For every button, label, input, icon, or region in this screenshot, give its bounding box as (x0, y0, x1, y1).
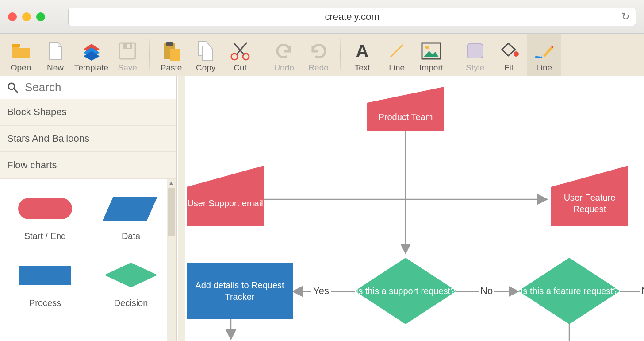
text-icon: A (351, 40, 373, 62)
traffic-lights (8, 12, 45, 21)
sidebar: Block Shapes Stars And Balloons Flow cha… (0, 76, 177, 341)
browser-chrome: creately.com ↻ (0, 0, 644, 34)
node-user-feature-text: User Feature Request (551, 186, 628, 221)
shapes-panel: Start / End Data Process Decision (0, 179, 176, 341)
svg-text:A: A (356, 42, 369, 60)
paste-button[interactable]: Paste (154, 34, 188, 76)
edge-yes: Yes (311, 285, 331, 297)
maximize-window-button[interactable] (36, 12, 45, 21)
style-icon (464, 40, 486, 62)
shape-data[interactable]: Data (90, 188, 172, 241)
node-user-support-text: User Support email (187, 186, 264, 221)
redo-icon (307, 40, 330, 62)
line-icon (386, 40, 408, 62)
svg-rect-20 (19, 266, 71, 285)
scrollbar[interactable] (167, 179, 176, 341)
svg-point-8 (243, 54, 249, 60)
minimize-window-button[interactable] (22, 12, 31, 21)
svg-rect-6 (170, 49, 180, 61)
svg-rect-19 (18, 198, 72, 219)
svg-point-16 (514, 51, 519, 57)
text-button[interactable]: A Text (345, 34, 380, 76)
fill-icon (498, 40, 521, 62)
svg-point-7 (231, 54, 238, 60)
style-button[interactable]: Style (458, 34, 492, 76)
toolbar-separator (149, 39, 150, 70)
toolbar-separator (262, 39, 262, 70)
open-button[interactable]: Open (4, 34, 38, 76)
copy-icon (195, 40, 217, 62)
toolbar-separator (453, 39, 453, 70)
category-flow-charts[interactable]: Flow charts (0, 152, 176, 179)
close-window-button[interactable] (8, 12, 17, 21)
svg-rect-3 (127, 44, 130, 48)
template-button[interactable]: Template (73, 34, 110, 76)
canvas[interactable]: Product Team User Support email User Fea… (178, 76, 644, 341)
search-row (0, 76, 176, 99)
edge-no-2: N (640, 285, 644, 297)
node-product-team-text: Product Team (367, 103, 444, 131)
copy-button[interactable]: Copy (188, 34, 223, 76)
refresh-icon[interactable]: ↻ (621, 11, 629, 23)
save-icon (116, 40, 138, 62)
image-icon (420, 40, 442, 62)
edge-no: No (479, 285, 494, 297)
undo-button[interactable]: Undo (267, 34, 301, 76)
save-button[interactable]: Save (110, 34, 145, 76)
svg-rect-5 (166, 42, 172, 46)
shape-start-end[interactable]: Start / End (4, 188, 86, 241)
fill-button[interactable]: Fill (492, 34, 527, 76)
scissors-icon (229, 40, 251, 62)
paste-icon (160, 40, 182, 62)
line-style-button[interactable]: Line (527, 34, 561, 76)
cut-button[interactable]: Cut (223, 34, 257, 76)
line-tool-button[interactable]: Line (380, 34, 414, 76)
shape-process[interactable]: Process (4, 255, 86, 308)
folder-icon (10, 40, 32, 62)
url-bar[interactable]: creately.com ↻ (68, 8, 636, 26)
url-text: creately.com (325, 11, 379, 23)
svg-line-12 (391, 45, 403, 57)
node-add-details[interactable]: Add details to Request Tracker (187, 263, 293, 319)
search-input[interactable] (25, 81, 172, 94)
node-feature-q-text: Is this a feature request? (518, 273, 620, 309)
svg-rect-0 (12, 44, 20, 47)
node-support-q-text: Is this a support request? (355, 273, 456, 309)
shape-decision[interactable]: Decision (90, 255, 172, 308)
category-stars-balloons[interactable]: Stars And Balloons (0, 126, 176, 152)
svg-rect-15 (467, 44, 483, 58)
new-doc-icon (44, 40, 66, 62)
toolbar-separator (340, 39, 341, 70)
redo-button[interactable]: Redo (301, 34, 336, 76)
toolbar: Open New Template Save Paste Copy (0, 34, 644, 76)
category-block-shapes[interactable]: Block Shapes (0, 99, 176, 126)
undo-icon (273, 40, 295, 62)
svg-line-18 (14, 89, 18, 93)
template-icon (80, 40, 103, 62)
pencil-line-icon (533, 40, 555, 62)
import-button[interactable]: Import (414, 34, 448, 76)
svg-point-14 (426, 46, 429, 49)
search-icon (7, 82, 19, 93)
new-button[interactable]: New (38, 34, 73, 76)
svg-point-17 (8, 83, 15, 89)
